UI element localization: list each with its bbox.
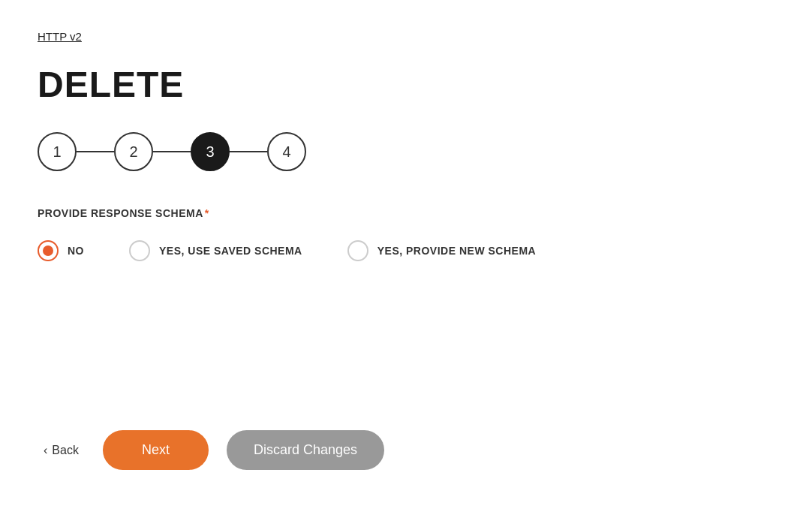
required-star: * <box>205 207 209 219</box>
step-connector-1 <box>77 151 114 152</box>
back-chevron-icon: ‹ <box>44 444 47 457</box>
stepper: 1 2 3 4 <box>38 132 774 171</box>
section-label: PROVIDE RESPONSE SCHEMA* <box>38 207 774 219</box>
radio-no-label: NO <box>68 245 84 257</box>
radio-saved-label: YES, USE SAVED SCHEMA <box>159 245 302 257</box>
back-button[interactable]: ‹ Back <box>38 441 85 460</box>
step-2-label: 2 <box>129 143 137 161</box>
step-2[interactable]: 2 <box>114 132 153 171</box>
step-1[interactable]: 1 <box>38 132 77 171</box>
radio-no-indicator[interactable] <box>38 240 59 261</box>
actions-row: ‹ Back Next Discard Changes <box>38 430 384 470</box>
radio-option-no[interactable]: NO <box>38 240 84 261</box>
step-4[interactable]: 4 <box>267 132 306 171</box>
radio-option-new[interactable]: YES, PROVIDE NEW SCHEMA <box>347 240 536 261</box>
radio-new-label: YES, PROVIDE NEW SCHEMA <box>377 245 536 257</box>
step-connector-2 <box>153 151 191 152</box>
step-1-label: 1 <box>53 143 61 161</box>
breadcrumb-link[interactable]: HTTP v2 <box>38 30 82 43</box>
radio-new-indicator[interactable] <box>347 240 368 261</box>
back-label: Back <box>52 444 79 457</box>
page-title: DELETE <box>38 64 774 105</box>
step-4-label: 4 <box>282 143 290 161</box>
step-connector-3 <box>230 151 267 152</box>
step-3[interactable]: 3 <box>191 132 230 171</box>
step-3-label: 3 <box>206 143 214 161</box>
radio-saved-indicator[interactable] <box>129 240 150 261</box>
next-button[interactable]: Next <box>103 430 209 470</box>
radio-group: NO YES, USE SAVED SCHEMA YES, PROVIDE NE… <box>38 240 774 261</box>
page-container: HTTP v2 DELETE 1 2 3 4 PROVIDE RESPONSE … <box>0 0 812 506</box>
discard-button[interactable]: Discard Changes <box>227 430 384 470</box>
radio-option-saved[interactable]: YES, USE SAVED SCHEMA <box>129 240 302 261</box>
